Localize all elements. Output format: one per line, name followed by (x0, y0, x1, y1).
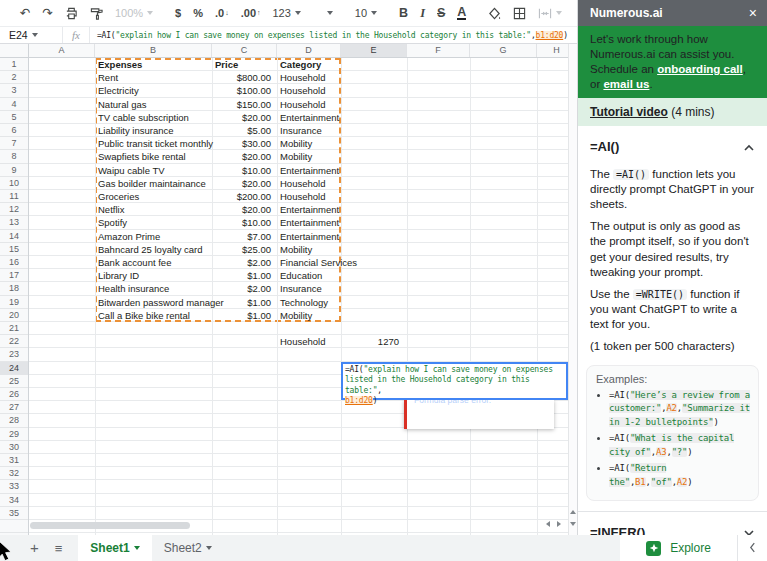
merge-cells-button[interactable] (538, 7, 562, 20)
row-header-20[interactable]: 20 (0, 309, 28, 322)
row-header-19[interactable]: 19 (0, 296, 28, 309)
cell-C1[interactable]: Price (215, 58, 238, 71)
cell-C16[interactable]: $2.00 (212, 256, 271, 269)
formula-input[interactable]: =AI("explain how I can save money on exp… (89, 27, 568, 43)
paint-format-icon[interactable] (90, 7, 103, 20)
cell-B14[interactable]: Amazon Prime (98, 230, 160, 243)
cell-editor[interactable]: =AI("explain how I can save money on exp… (341, 362, 568, 400)
text-color-button[interactable]: A (457, 6, 466, 20)
row-header-27[interactable]: 27 (0, 401, 28, 414)
add-sheet-icon[interactable]: + (30, 535, 39, 561)
row-header-9[interactable]: 9 (0, 164, 28, 177)
cell-D20[interactable]: Mobility (280, 309, 312, 322)
all-sheets-menu-icon[interactable]: ≡ (55, 541, 63, 556)
cell-D8[interactable]: Mobility (280, 150, 312, 163)
cell-B10[interactable]: Gas boilder maintainance (98, 177, 206, 190)
cell-B17[interactable]: Library ID (98, 269, 139, 282)
row-header-16[interactable]: 16 (0, 256, 28, 269)
cell-B2[interactable]: Rent (98, 71, 118, 84)
cell-D1[interactable]: Category (280, 58, 321, 71)
row-header-32[interactable]: 32 (0, 467, 28, 480)
row-header-10[interactable]: 10 (0, 177, 28, 190)
cell-B5[interactable]: TV cable subscription (98, 111, 189, 124)
cell-D7[interactable]: Mobility (280, 137, 312, 150)
horizontal-scrollbar-thumb[interactable] (30, 522, 190, 529)
cell-C15[interactable]: $25.00 (212, 243, 271, 256)
borders-button[interactable] (513, 7, 526, 20)
tutorial-video-link[interactable]: Tutorial video (590, 105, 668, 119)
cell-B16[interactable]: Bank account fee (98, 256, 171, 269)
section-ai-header[interactable]: =AI() (578, 126, 767, 160)
row-header-17[interactable]: 17 (0, 269, 28, 282)
row-header-30[interactable]: 30 (0, 441, 28, 454)
zoom-select[interactable]: 100% (115, 0, 153, 26)
cell-D4[interactable]: Household (280, 98, 325, 111)
close-icon[interactable]: × (749, 6, 757, 20)
row-headers[interactable]: 1234567891011121314151617181920212223242… (0, 58, 29, 536)
column-header-D[interactable]: D (277, 44, 341, 57)
column-header-B[interactable]: B (95, 44, 212, 57)
cell-D2[interactable]: Household (280, 71, 325, 84)
select-all-corner[interactable] (0, 44, 29, 58)
cell-C7[interactable]: $30.00 (212, 137, 271, 150)
cell-C5[interactable]: $20.00 (212, 111, 271, 124)
scroll-right-icon[interactable] (557, 521, 561, 527)
sheet-tab-sheet1[interactable]: Sheet1 (78, 535, 151, 561)
cell-D11[interactable]: Household (280, 190, 325, 203)
row-header-14[interactable]: 14 (0, 230, 28, 243)
column-header-A[interactable]: A (29, 44, 95, 57)
row-header-2[interactable]: 2 (0, 71, 28, 84)
cell-D13[interactable]: Entertainment (280, 216, 339, 229)
row-header-5[interactable]: 5 (0, 111, 28, 124)
cell-B12[interactable]: Netflix (98, 203, 124, 216)
column-header-G[interactable]: G (470, 44, 537, 57)
cell-C9[interactable]: $10.00 (212, 164, 271, 177)
cell-D14[interactable]: Entertainment (280, 230, 339, 243)
cell-D16[interactable]: Financial Services (280, 256, 357, 269)
column-header-F[interactable]: F (407, 44, 470, 57)
collapse-sidebar-icon[interactable] (738, 541, 767, 556)
cell-B18[interactable]: Health insurance (98, 282, 169, 295)
cell-C2[interactable]: $800.00 (212, 71, 271, 84)
cell-D15[interactable]: Mobility (280, 243, 312, 256)
cell-C18[interactable]: $2.00 (212, 282, 271, 295)
cell-B20[interactable]: Call a Bike bike rental (98, 309, 190, 322)
inline-link[interactable]: onboarding call (657, 63, 743, 75)
increase-decimal-button[interactable]: .00↑ (241, 0, 261, 26)
cell-C12[interactable]: $20.00 (212, 203, 271, 216)
cell-D19[interactable]: Technology (280, 296, 328, 309)
inline-link[interactable]: email us (603, 78, 649, 90)
strikethrough-button[interactable]: S (437, 0, 445, 26)
cell-E22[interactable]: 1270 (341, 335, 399, 348)
cell-D17[interactable]: Education (280, 269, 322, 282)
cell-B4[interactable]: Natural gas (98, 98, 147, 111)
cell-D5[interactable]: Entertainment (280, 111, 339, 124)
cell-B19[interactable]: Bitwarden password manager (98, 296, 224, 309)
row-header-22[interactable]: 22 (0, 335, 28, 348)
cell-D18[interactable]: Insurance (280, 282, 322, 295)
cell-B1[interactable]: Expenses (98, 58, 142, 71)
row-header-1[interactable]: 1 (0, 58, 28, 71)
row-header-18[interactable]: 18 (0, 282, 28, 295)
cell-D3[interactable]: Household (280, 84, 325, 97)
horizontal-scroll-arrows[interactable] (546, 521, 561, 527)
format-currency-button[interactable]: $ (175, 0, 181, 26)
row-header-35[interactable]: 35 (0, 507, 28, 520)
row-header-8[interactable]: 8 (0, 150, 28, 163)
vertical-scrollbar[interactable] (568, 44, 577, 536)
cell-B13[interactable]: Spotify (98, 216, 127, 229)
font-size-select[interactable]: 10 (355, 0, 377, 26)
row-header-11[interactable]: 11 (0, 190, 28, 203)
scroll-left-icon[interactable] (546, 521, 550, 527)
cell-C11[interactable]: $200.00 (212, 190, 271, 203)
fill-color-button[interactable] (488, 7, 501, 20)
cell-C13[interactable]: $10.00 (212, 216, 271, 229)
italic-button[interactable]: I (420, 0, 425, 26)
row-header-26[interactable]: 26 (0, 388, 28, 401)
scroll-down-icon[interactable] (570, 522, 576, 526)
explore-button[interactable]: Explore (620, 541, 737, 556)
cell-C3[interactable]: $100.00 (212, 84, 271, 97)
cell-C20[interactable]: $1.00 (212, 309, 271, 322)
row-header-31[interactable]: 31 (0, 454, 28, 467)
name-box[interactable]: E24 (0, 27, 62, 43)
